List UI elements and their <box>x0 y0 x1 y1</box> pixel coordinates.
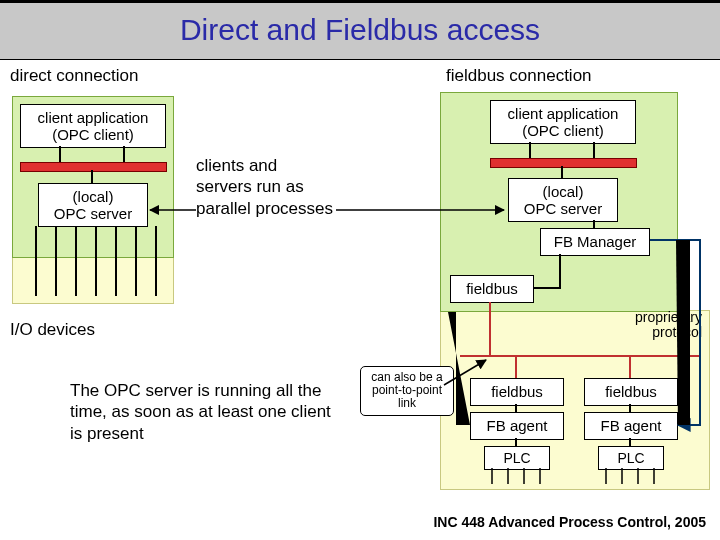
agent2-fbagent: FB agent <box>584 412 678 440</box>
left-client-line1: client application <box>38 109 149 126</box>
left-redbar <box>20 162 167 172</box>
left-client-line2: (OPC client) <box>52 126 134 143</box>
right-server-line1: (local) <box>543 183 584 200</box>
agent2-fieldbus: fieldbus <box>584 378 678 406</box>
io-devices-label: I/O devices <box>10 320 95 340</box>
page-title: Direct and Fieldbus access <box>0 0 720 60</box>
left-client-box: client application (OPC client) <box>20 104 166 148</box>
right-client-box: client application (OPC client) <box>490 100 636 144</box>
agent1-fbagent: FB agent <box>470 412 564 440</box>
left-heading: direct connection <box>10 66 139 86</box>
fb-manager-label: FB Manager <box>554 233 637 250</box>
left-server-line1: (local) <box>73 188 114 205</box>
right-server-box: (local) OPC server <box>508 178 618 222</box>
fb-manager-box: FB Manager <box>540 228 650 256</box>
fieldbus-box: fieldbus <box>450 275 534 303</box>
center-note: clients and servers run as parallel proc… <box>196 155 336 219</box>
right-client-line2: (OPC client) <box>522 122 604 139</box>
agent1-plc: PLC <box>484 446 550 470</box>
left-server-box: (local) OPC server <box>38 183 148 227</box>
fieldbus-label: fieldbus <box>466 280 518 297</box>
ptp-note: can also be a point-to-point link <box>360 366 454 416</box>
right-redbar <box>490 158 637 168</box>
agent2-plc: PLC <box>598 446 664 470</box>
bottom-note: The OPC server is running all the time, … <box>70 380 340 444</box>
right-server-line2: OPC server <box>524 200 602 217</box>
left-server-line2: OPC server <box>54 205 132 222</box>
proprietary-label: proprietary protocol <box>610 310 702 341</box>
left-yellow-area <box>12 256 174 304</box>
right-client-line1: client application <box>508 105 619 122</box>
footer: INC 448 Advanced Process Control, 2005 <box>433 514 706 530</box>
agent1-fieldbus: fieldbus <box>470 378 564 406</box>
right-heading: fieldbus connection <box>446 66 592 86</box>
